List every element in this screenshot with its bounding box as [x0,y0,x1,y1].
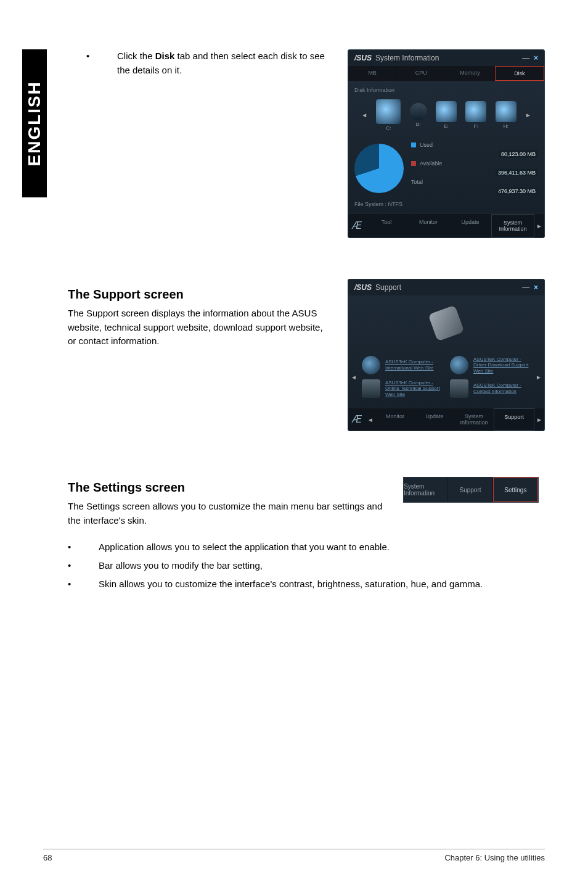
filesystem-label: File System : NTFS [354,201,538,207]
bullet: • [86,49,99,77]
prev-arrow-icon: ◄ [348,374,359,381]
close-icon: × [534,54,538,62]
tab-settings: Settings [493,477,538,502]
tab-memory: Memory [446,66,495,81]
globe-icon [450,356,468,374]
close-icon: × [534,283,538,292]
page-number: 68 [43,853,52,862]
disk-info-label: Disk Information [354,87,538,93]
system-information-screenshot: /SUS System Information — × MB CPU Memor… [348,49,545,238]
footer-monitor: Monitor [375,408,415,431]
tab-disk: Disk [495,66,544,81]
footer-arrow-icon: ► [534,214,544,237]
asus-logo: /SUS [354,283,372,292]
language-label: ENGLISH [25,81,44,166]
settings-paragraph: The Settings screen allows you to custom… [68,500,385,527]
list-item: Bar allows you to modify the bar setting… [99,558,263,573]
support-screenshot: /SUS Support — × ◄ ASUSTeK Computer - In… [348,279,545,431]
bullet: • [68,540,80,555]
drive-icon [496,101,517,122]
footer-arrow-icon: ► [534,408,544,431]
globe-icon [362,356,380,374]
window-title: System Information [375,54,439,62]
minimize-icon: — [522,54,529,62]
footer-update: Update [415,408,454,431]
minimize-icon: — [522,283,529,292]
tab-mb: MB [348,66,397,81]
prev-arrow-icon: ◄ [361,112,367,118]
footer-support: Support [494,408,534,431]
footer-arrow-icon: ◄ [365,408,375,431]
wrench-icon [428,305,465,342]
bullet: • [68,577,80,592]
drive-icon [376,99,401,124]
drive-icon [436,101,457,122]
list-item: Application allows you to select the app… [99,540,390,555]
legend-swatch [411,161,416,166]
ai-logo-icon: Æ [348,214,365,237]
next-arrow-icon: ► [525,112,531,118]
tab-sysinfo: System Information [404,477,448,502]
legend-swatch [411,142,416,147]
next-arrow-icon: ► [533,374,544,381]
drive-icon [410,103,427,120]
settings-tabs-screenshot: System Information Support Settings [403,477,539,503]
window-title: Support [375,283,401,292]
doc-icon [362,379,380,398]
tab-support: Support [448,477,492,502]
support-paragraph: The Support screen displays the informat… [68,307,329,349]
ai-logo-icon: Æ [348,408,365,431]
footer-sysinfo: System Information [491,214,534,237]
footer-sysinfo: System Information [454,408,494,431]
settings-heading: The Settings screen [68,481,385,495]
disk-usage-pie [354,144,404,193]
tab-cpu: CPU [397,66,446,81]
drive-icon [465,101,486,122]
chapter-label: Chapter 6: Using the utilities [444,853,545,862]
bullet: • [68,558,80,573]
asus-logo: /SUS [354,54,372,62]
footer-tool: Tool [365,214,407,237]
page-footer: 68 Chapter 6: Using the utilities [43,849,545,862]
footer-update: Update [449,214,491,237]
disk-instruction: Click the Disk tab and then select each … [117,49,329,77]
doc-icon [450,379,468,398]
support-heading: The Support screen [68,287,329,302]
list-item: Skin allows you to customize the interfa… [99,577,483,592]
footer-monitor: Monitor [407,214,449,237]
language-side-tab: ENGLISH [22,49,47,197]
